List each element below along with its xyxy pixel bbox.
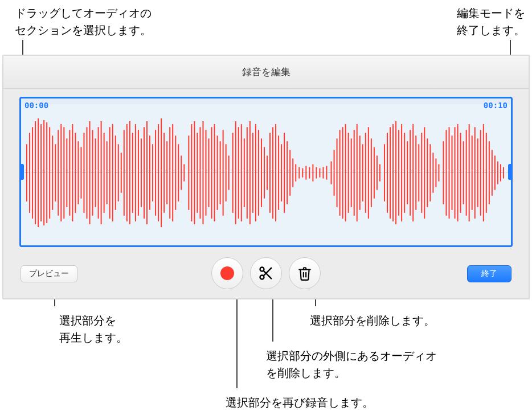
delete-button[interactable] xyxy=(289,257,321,289)
window-title: 録音を編集 xyxy=(3,56,529,89)
record-icon xyxy=(220,266,235,281)
done-button[interactable]: 終了 xyxy=(467,265,511,282)
svg-point-163 xyxy=(220,266,234,280)
timestamp-start: 00:00 xyxy=(24,101,48,110)
waveform-selection-area[interactable]: 00:00 00:10 xyxy=(19,97,513,247)
record-button[interactable] xyxy=(211,257,243,289)
preview-button[interactable]: プレビュー xyxy=(21,265,77,282)
selection-handle-left[interactable] xyxy=(19,164,24,180)
scissors-icon xyxy=(258,265,274,281)
editor-toolbar: プレビュー xyxy=(3,257,529,290)
center-controls xyxy=(211,257,321,289)
selection-handle-right[interactable] xyxy=(508,164,513,180)
waveform-graphic xyxy=(26,110,506,236)
audio-editor-window: 録音を編集 00:00 00:10 xyxy=(2,55,530,299)
trash-icon xyxy=(297,266,312,281)
timestamp-end: 00:10 xyxy=(484,101,508,110)
trim-button[interactable] xyxy=(250,257,282,289)
